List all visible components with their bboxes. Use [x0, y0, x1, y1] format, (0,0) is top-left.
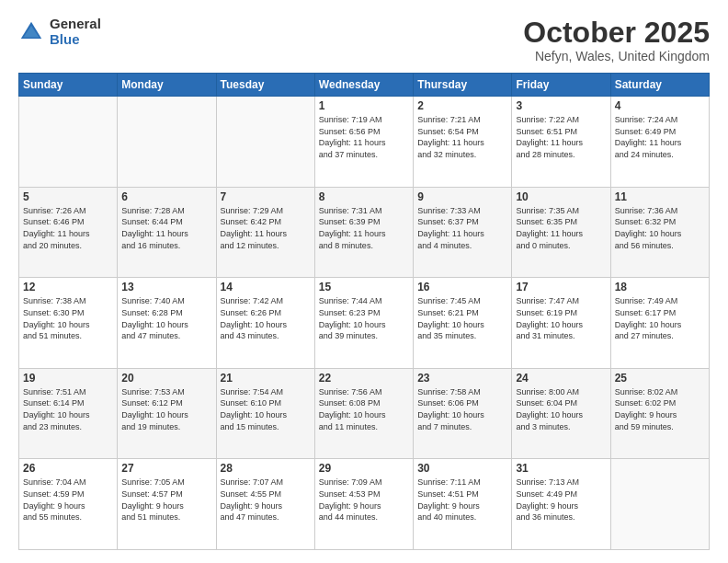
day-number: 29 [319, 462, 409, 475]
day-number: 11 [615, 190, 705, 203]
col-friday: Friday [512, 74, 610, 97]
table-row: 2Sunrise: 7:21 AM Sunset: 6:54 PM Daylig… [414, 97, 512, 188]
day-number: 8 [319, 190, 409, 203]
col-wednesday: Wednesday [314, 74, 413, 97]
calendar-header-row: Sunday Monday Tuesday Wednesday Thursday… [19, 74, 710, 97]
table-row: 3Sunrise: 7:22 AM Sunset: 6:51 PM Daylig… [512, 97, 610, 188]
day-info: Sunrise: 7:11 AM Sunset: 4:51 PM Dayligh… [417, 477, 507, 523]
day-info: Sunrise: 7:49 AM Sunset: 6:17 PM Dayligh… [615, 295, 705, 341]
day-info: Sunrise: 7:53 AM Sunset: 6:12 PM Dayligh… [121, 386, 211, 432]
location: Nefyn, Wales, United Kingdom [523, 49, 710, 63]
day-number: 28 [221, 462, 311, 475]
header: General Blue October 2025 Nefyn, Wales, … [18, 17, 710, 63]
day-number: 2 [417, 99, 507, 112]
day-number: 5 [23, 190, 113, 203]
table-row: 21Sunrise: 7:54 AM Sunset: 6:10 PM Dayli… [216, 368, 314, 459]
day-info: Sunrise: 7:54 AM Sunset: 6:10 PM Dayligh… [221, 386, 311, 432]
day-info: Sunrise: 7:09 AM Sunset: 4:53 PM Dayligh… [319, 477, 409, 523]
day-info: Sunrise: 7:44 AM Sunset: 6:23 PM Dayligh… [319, 295, 409, 341]
table-row: 16Sunrise: 7:45 AM Sunset: 6:21 PM Dayli… [414, 278, 512, 369]
day-number: 18 [615, 281, 705, 293]
table-row: 9Sunrise: 7:33 AM Sunset: 6:37 PM Daylig… [414, 187, 512, 278]
day-info: Sunrise: 7:31 AM Sunset: 6:39 PM Dayligh… [319, 205, 409, 251]
day-number: 24 [516, 372, 606, 385]
day-number: 1 [319, 99, 409, 112]
day-info: Sunrise: 7:42 AM Sunset: 6:26 PM Dayligh… [221, 295, 311, 341]
day-info: Sunrise: 7:19 AM Sunset: 6:56 PM Dayligh… [319, 114, 409, 160]
table-row: 10Sunrise: 7:35 AM Sunset: 6:35 PM Dayli… [512, 187, 610, 278]
col-tuesday: Tuesday [216, 74, 314, 97]
month-title: October 2025 [523, 17, 710, 49]
day-number: 26 [23, 462, 113, 475]
logo-blue: Blue [50, 32, 101, 48]
day-info: Sunrise: 7:56 AM Sunset: 6:08 PM Dayligh… [319, 386, 409, 432]
table-row: 19Sunrise: 7:51 AM Sunset: 6:14 PM Dayli… [19, 368, 118, 459]
day-number: 21 [221, 372, 311, 385]
title-section: October 2025 Nefyn, Wales, United Kingdo… [523, 17, 710, 63]
table-row: 30Sunrise: 7:11 AM Sunset: 4:51 PM Dayli… [414, 459, 512, 550]
table-row: 29Sunrise: 7:09 AM Sunset: 4:53 PM Dayli… [314, 459, 413, 550]
table-row: 11Sunrise: 7:36 AM Sunset: 6:32 PM Dayli… [610, 187, 709, 278]
logo-text: General Blue [50, 17, 101, 47]
day-number: 20 [121, 372, 211, 385]
day-info: Sunrise: 7:28 AM Sunset: 6:44 PM Dayligh… [121, 205, 211, 251]
day-number: 19 [23, 372, 113, 385]
day-info: Sunrise: 7:58 AM Sunset: 6:06 PM Dayligh… [417, 386, 507, 432]
day-number: 17 [516, 281, 606, 293]
day-info: Sunrise: 7:04 AM Sunset: 4:59 PM Dayligh… [23, 477, 113, 523]
table-row: 13Sunrise: 7:40 AM Sunset: 6:28 PM Dayli… [118, 278, 216, 369]
table-row: 14Sunrise: 7:42 AM Sunset: 6:26 PM Dayli… [216, 278, 314, 369]
table-row [19, 97, 118, 188]
table-row: 12Sunrise: 7:38 AM Sunset: 6:30 PM Dayli… [19, 278, 118, 369]
day-info: Sunrise: 7:05 AM Sunset: 4:57 PM Dayligh… [121, 477, 211, 523]
day-number: 16 [417, 281, 507, 293]
day-number: 3 [516, 99, 606, 112]
day-number: 31 [516, 462, 606, 475]
day-number: 9 [417, 190, 507, 203]
day-number: 4 [615, 99, 705, 112]
table-row: 17Sunrise: 7:47 AM Sunset: 6:19 PM Dayli… [512, 278, 610, 369]
day-info: Sunrise: 7:45 AM Sunset: 6:21 PM Dayligh… [417, 295, 507, 341]
calendar-table: Sunday Monday Tuesday Wednesday Thursday… [18, 73, 710, 550]
day-info: Sunrise: 7:51 AM Sunset: 6:14 PM Dayligh… [23, 386, 113, 432]
day-info: Sunrise: 7:38 AM Sunset: 6:30 PM Dayligh… [23, 295, 113, 341]
table-row: 27Sunrise: 7:05 AM Sunset: 4:57 PM Dayli… [118, 459, 216, 550]
table-row: 23Sunrise: 7:58 AM Sunset: 6:06 PM Dayli… [414, 368, 512, 459]
calendar-week-4: 19Sunrise: 7:51 AM Sunset: 6:14 PM Dayli… [19, 368, 710, 459]
logo-general: General [50, 17, 101, 32]
page: General Blue October 2025 Nefyn, Wales, … [0, 0, 728, 563]
calendar-week-2: 5Sunrise: 7:26 AM Sunset: 6:46 PM Daylig… [19, 187, 710, 278]
day-info: Sunrise: 8:00 AM Sunset: 6:04 PM Dayligh… [516, 386, 606, 432]
calendar-week-5: 26Sunrise: 7:04 AM Sunset: 4:59 PM Dayli… [19, 459, 710, 550]
day-info: Sunrise: 7:07 AM Sunset: 4:55 PM Dayligh… [221, 477, 311, 523]
day-info: Sunrise: 7:40 AM Sunset: 6:28 PM Dayligh… [121, 295, 211, 341]
day-info: Sunrise: 7:26 AM Sunset: 6:46 PM Dayligh… [23, 205, 113, 251]
col-thursday: Thursday [414, 74, 512, 97]
calendar-week-1: 1Sunrise: 7:19 AM Sunset: 6:56 PM Daylig… [19, 97, 710, 188]
logo: General Blue [18, 17, 101, 47]
day-number: 10 [516, 190, 606, 203]
table-row: 1Sunrise: 7:19 AM Sunset: 6:56 PM Daylig… [314, 97, 413, 188]
table-row: 31Sunrise: 7:13 AM Sunset: 4:49 PM Dayli… [512, 459, 610, 550]
table-row: 8Sunrise: 7:31 AM Sunset: 6:39 PM Daylig… [314, 187, 413, 278]
table-row: 18Sunrise: 7:49 AM Sunset: 6:17 PM Dayli… [610, 278, 709, 369]
table-row: 22Sunrise: 7:56 AM Sunset: 6:08 PM Dayli… [314, 368, 413, 459]
day-number: 15 [319, 281, 409, 293]
day-info: Sunrise: 7:33 AM Sunset: 6:37 PM Dayligh… [417, 205, 507, 251]
day-info: Sunrise: 7:47 AM Sunset: 6:19 PM Dayligh… [516, 295, 606, 341]
day-number: 6 [121, 190, 211, 203]
table-row: 5Sunrise: 7:26 AM Sunset: 6:46 PM Daylig… [19, 187, 118, 278]
day-info: Sunrise: 7:36 AM Sunset: 6:32 PM Dayligh… [615, 205, 705, 251]
col-sunday: Sunday [19, 74, 118, 97]
table-row: 6Sunrise: 7:28 AM Sunset: 6:44 PM Daylig… [118, 187, 216, 278]
day-number: 30 [417, 462, 507, 475]
day-number: 14 [221, 281, 311, 293]
day-number: 25 [615, 372, 705, 385]
day-info: Sunrise: 7:22 AM Sunset: 6:51 PM Dayligh… [516, 114, 606, 160]
col-saturday: Saturday [610, 74, 709, 97]
day-info: Sunrise: 7:13 AM Sunset: 4:49 PM Dayligh… [516, 477, 606, 523]
day-number: 22 [319, 372, 409, 385]
table-row: 28Sunrise: 7:07 AM Sunset: 4:55 PM Dayli… [216, 459, 314, 550]
day-number: 13 [121, 281, 211, 293]
day-number: 12 [23, 281, 113, 293]
